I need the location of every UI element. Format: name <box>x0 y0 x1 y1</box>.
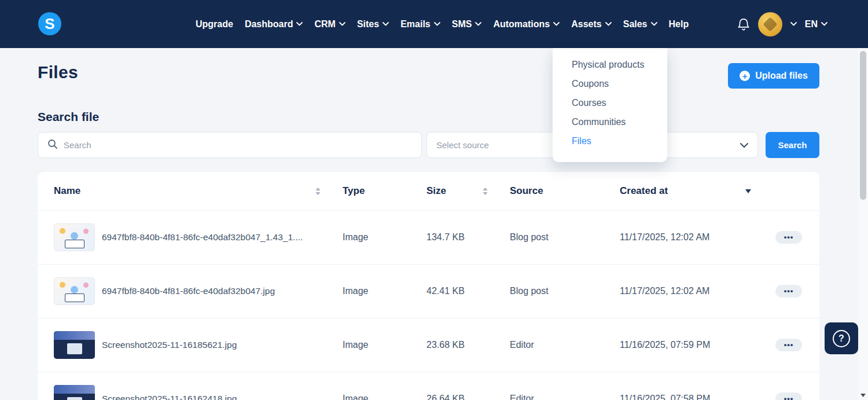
table-row: Screenshot2025-11-16162418.jpg Image 26.… <box>38 372 819 400</box>
file-source: Blog post <box>510 286 620 296</box>
more-actions-button[interactable]: ••• <box>775 339 802 351</box>
thumb-decoration <box>71 286 78 293</box>
more-actions-button[interactable]: ••• <box>775 285 802 298</box>
column-header-source[interactable]: Source <box>510 185 620 197</box>
file-name-cell: Screenshot2025-11-16162418.jpg <box>54 385 343 400</box>
row-actions-cell: ••• <box>773 339 802 351</box>
logo-letter: S <box>45 15 54 33</box>
column-header-name[interactable]: Name <box>54 185 343 197</box>
chevron-down-icon <box>382 22 389 26</box>
language-label: EN <box>805 19 818 30</box>
column-header-created-at[interactable]: Created at <box>620 185 773 197</box>
notifications-bell-icon[interactable] <box>737 17 750 31</box>
nav-label: Sites <box>357 19 379 30</box>
nav-label: Assets <box>571 19 601 30</box>
thumb-decoration <box>60 282 65 288</box>
menu-item-files[interactable]: Files <box>553 131 667 151</box>
column-header-size[interactable]: Size <box>426 185 510 197</box>
language-selector[interactable]: EN <box>805 19 827 30</box>
nav-emails[interactable]: Emails <box>400 19 440 30</box>
plus-icon: + <box>740 71 750 81</box>
file-thumbnail <box>54 277 95 305</box>
nav-sales[interactable]: Sales <box>623 19 657 30</box>
row-actions-cell: ••• <box>773 285 802 298</box>
menu-item-coupons[interactable]: Coupons <box>553 74 667 93</box>
file-source: Blog post <box>510 232 620 243</box>
search-input[interactable] <box>64 140 413 150</box>
nav-upgrade[interactable]: Upgrade <box>196 19 233 30</box>
nav-crm[interactable]: CRM <box>314 19 345 30</box>
chevron-down-icon <box>740 140 748 150</box>
chevron-down-icon <box>821 22 827 26</box>
sort-icon[interactable] <box>315 188 321 195</box>
search-icon <box>47 139 58 152</box>
menu-item-communities[interactable]: Communities <box>553 112 667 131</box>
files-table: Name Type Size Source Created at <box>38 172 819 400</box>
table-row: 6947fbf8-840b-4f81-86fc-e40daf32b047_1.4… <box>38 210 819 264</box>
thumb-decoration <box>71 232 78 240</box>
column-header-type[interactable]: Type <box>343 185 426 197</box>
file-created-at: 11/16/2025, 07:58 PM <box>620 394 773 400</box>
file-thumbnail <box>54 331 95 359</box>
sort-icon[interactable] <box>483 188 488 195</box>
screen: S Upgrade Dashboard CRM Sites Emails SMS… <box>0 0 868 400</box>
chevron-down-icon <box>651 22 657 26</box>
more-actions-button[interactable]: ••• <box>775 231 802 244</box>
assets-dropdown-menu: Physical products Coupons Courses Commun… <box>553 48 667 162</box>
menu-item-physical-products[interactable]: Physical products <box>553 55 667 74</box>
chevron-down-icon[interactable] <box>790 22 797 26</box>
scroll-down-arrow-icon[interactable] <box>858 391 868 400</box>
nav-label: Automations <box>493 19 550 30</box>
nav-automations[interactable]: Automations <box>493 19 560 30</box>
chevron-down-icon <box>475 22 481 26</box>
upload-files-button[interactable]: + Upload files <box>728 63 819 89</box>
sort-desc-icon[interactable] <box>745 189 751 193</box>
thumb-decoration <box>65 293 84 302</box>
thumb-decoration <box>60 228 65 234</box>
table-row: Screenshot2025-11-16185621.jpg Image 23.… <box>38 318 819 372</box>
menu-item-courses[interactable]: Courses <box>553 93 667 112</box>
file-source: Editor <box>510 340 620 350</box>
help-button[interactable]: ? <box>825 322 858 354</box>
thumb-decoration <box>83 282 89 288</box>
question-icon: ? <box>833 330 850 347</box>
nav-label: Sales <box>623 19 648 30</box>
chevron-down-icon <box>553 22 560 26</box>
nav-sites[interactable]: Sites <box>357 19 389 30</box>
page-title: Files <box>38 63 78 82</box>
row-actions-cell: ••• <box>773 231 802 244</box>
nav-sms[interactable]: SMS <box>452 19 482 30</box>
filter-bar: Select source Select file type Search <box>0 132 858 158</box>
thumb-decoration <box>83 229 89 234</box>
more-actions-button[interactable]: ••• <box>775 392 802 400</box>
scrollbar <box>858 48 868 400</box>
nav-help[interactable]: Help <box>669 19 689 30</box>
file-size: 134.7 KB <box>426 232 510 243</box>
file-type: Image <box>343 232 426 243</box>
file-created-at: 11/17/2025, 12:02 AM <box>620 286 773 296</box>
file-name: 6947fbf8-840b-4f81-86fc-e40daf32b047.jpg <box>102 286 275 296</box>
file-source: Editor <box>510 394 620 400</box>
file-created-at: 11/17/2025, 12:02 AM <box>620 232 773 243</box>
nav-label: Dashboard <box>245 19 293 30</box>
file-name-cell: 6947fbf8-840b-4f81-86fc-e40daf32b047_1.4… <box>54 223 343 251</box>
chevron-down-icon <box>296 22 303 26</box>
upload-files-label: Upload files <box>755 71 808 81</box>
scrollbar-thumb[interactable] <box>860 51 866 200</box>
user-avatar[interactable] <box>758 12 782 36</box>
search-button[interactable]: Search <box>766 132 819 158</box>
file-name: 6947fbf8-840b-4f81-86fc-e40daf32b047_1.4… <box>102 232 303 243</box>
file-type: Image <box>343 340 426 350</box>
app-logo[interactable]: S <box>38 12 61 35</box>
source-select-placeholder: Select source <box>436 140 489 150</box>
file-name: Screenshot2025-11-16162418.jpg <box>102 394 237 400</box>
row-actions-cell: ••• <box>773 392 802 400</box>
nav-assets[interactable]: Assets <box>571 19 611 30</box>
search-section-heading: Search file <box>38 110 99 124</box>
nav-dashboard[interactable]: Dashboard <box>245 19 303 30</box>
nav-label: SMS <box>452 19 472 30</box>
main-content: Files + Upload files Search file Select … <box>0 48 858 400</box>
file-name: Screenshot2025-11-16185621.jpg <box>102 340 237 350</box>
main-nav: Upgrade Dashboard CRM Sites Emails SMS A… <box>196 0 689 48</box>
topbar-right-cluster: EN <box>737 0 827 48</box>
